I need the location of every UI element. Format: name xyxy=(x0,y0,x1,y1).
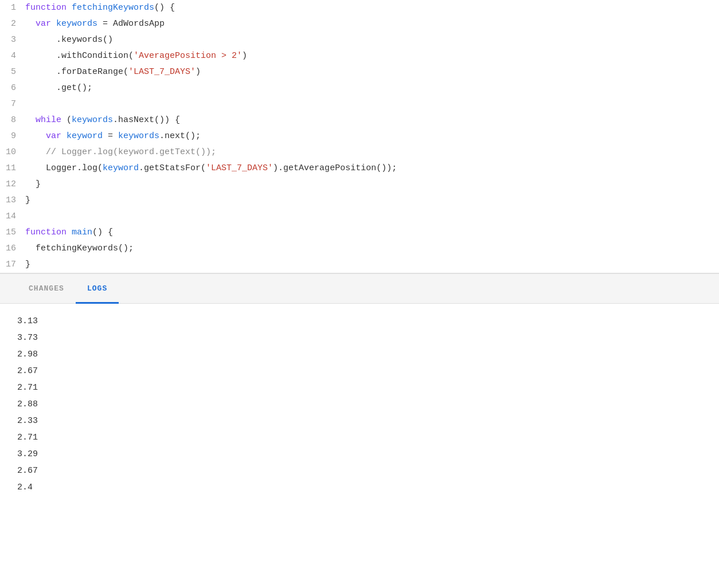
log-entry: 3.73 xyxy=(17,330,702,346)
log-entry: 3.29 xyxy=(17,446,702,462)
code-line: 4 .withCondition('AveragePosition > 2') xyxy=(0,48,719,64)
log-entry: 2.71 xyxy=(17,379,702,396)
code-line: 3 .keywords() xyxy=(0,32,719,48)
line-number: 1 xyxy=(0,0,23,16)
code-line: 17} xyxy=(0,257,719,273)
code-line: 11 Logger.log(keyword.getStatsFor('LAST_… xyxy=(0,160,719,177)
line-content xyxy=(23,96,719,112)
line-number: 17 xyxy=(0,257,23,273)
line-number: 10 xyxy=(0,144,23,160)
line-number: 14 xyxy=(0,209,23,225)
line-number: 7 xyxy=(0,96,23,112)
line-number: 6 xyxy=(0,80,23,96)
log-entry: 2.71 xyxy=(17,429,702,446)
line-content: .get(); xyxy=(23,80,719,96)
code-line: 1function fetchingKeywords() { xyxy=(0,0,719,16)
line-content: .forDateRange('LAST_7_DAYS') xyxy=(23,64,719,80)
bottom-panel: CHANGES LOGS 3.133.732.982.672.712.882.3… xyxy=(0,273,719,505)
code-line: 16 fetchingKeywords(); xyxy=(0,241,719,257)
log-entry: 3.13 xyxy=(17,313,702,330)
line-content: function main() { xyxy=(23,225,719,241)
line-content: Logger.log(keyword.getStatsFor('LAST_7_D… xyxy=(23,160,719,177)
line-number: 4 xyxy=(0,48,23,64)
log-entry: 2.98 xyxy=(17,346,702,363)
line-number: 12 xyxy=(0,177,23,193)
line-content: var keyword = keywords.next(); xyxy=(23,128,719,144)
line-number: 8 xyxy=(0,112,23,128)
line-content: while (keywords.hasNext()) { xyxy=(23,112,719,128)
code-line: 8 while (keywords.hasNext()) { xyxy=(0,112,719,128)
code-line: 9 var keyword = keywords.next(); xyxy=(0,128,719,144)
code-line: 12 } xyxy=(0,177,719,193)
line-content: // Logger.log(keyword.getText()); xyxy=(23,144,719,160)
line-number: 5 xyxy=(0,64,23,80)
code-line: 14 xyxy=(0,209,719,225)
code-line: 7 xyxy=(0,96,719,112)
log-entry: 2.4 xyxy=(17,479,702,496)
tab-changes[interactable]: CHANGES xyxy=(17,274,76,304)
log-entry: 2.33 xyxy=(17,413,702,429)
log-entry: 2.67 xyxy=(17,363,702,379)
line-number: 15 xyxy=(0,225,23,241)
log-entry: 2.88 xyxy=(17,396,702,413)
log-entry: 2.67 xyxy=(17,462,702,479)
line-content: .keywords() xyxy=(23,32,719,48)
code-line: 5 .forDateRange('LAST_7_DAYS') xyxy=(0,64,719,80)
code-line: 2 var keywords = AdWordsApp xyxy=(0,16,719,32)
line-content: } xyxy=(23,193,719,209)
code-line: 13} xyxy=(0,193,719,209)
logs-content: 3.133.732.982.672.712.882.332.713.292.67… xyxy=(0,304,719,505)
tab-logs[interactable]: LOGS xyxy=(76,274,119,304)
line-number: 3 xyxy=(0,32,23,48)
line-number: 9 xyxy=(0,128,23,144)
code-line: 10 // Logger.log(keyword.getText()); xyxy=(0,144,719,160)
line-number: 16 xyxy=(0,241,23,257)
line-content: } xyxy=(23,257,719,273)
line-content: var keywords = AdWordsApp xyxy=(23,16,719,32)
line-content: fetchingKeywords(); xyxy=(23,241,719,257)
code-editor: 1function fetchingKeywords() {2 var keyw… xyxy=(0,0,719,273)
line-content: .withCondition('AveragePosition > 2') xyxy=(23,48,719,64)
line-number: 13 xyxy=(0,193,23,209)
line-number: 2 xyxy=(0,16,23,32)
line-content xyxy=(23,209,719,225)
tabs-bar: CHANGES LOGS xyxy=(0,274,719,304)
line-content: function fetchingKeywords() { xyxy=(23,0,719,16)
line-content: } xyxy=(23,177,719,193)
line-number: 11 xyxy=(0,160,23,177)
code-line: 15function main() { xyxy=(0,225,719,241)
code-line: 6 .get(); xyxy=(0,80,719,96)
